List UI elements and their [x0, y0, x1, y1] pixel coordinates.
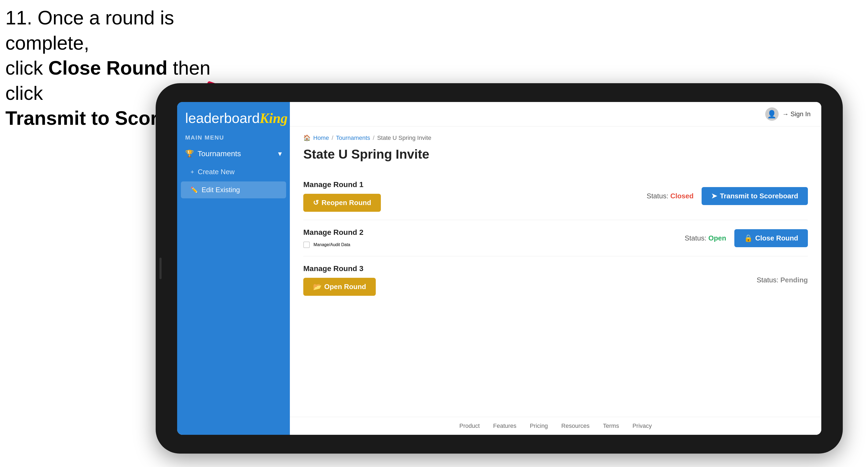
sidebar-item-create-new[interactable]: + Create New — [177, 163, 290, 180]
footer-features[interactable]: Features — [493, 423, 517, 429]
sidebar-tournaments-label: Tournaments — [197, 150, 241, 158]
round-3-title: Manage Round 3 — [303, 264, 376, 273]
sidebar-logo: leaderboardKing — [177, 102, 290, 131]
round-2-section: Manage Round 2 Manage/Audit Data Status:… — [303, 220, 808, 256]
main-content: 👤 → Sign In 🏠 Home / Tournaments / State… — [290, 102, 821, 435]
tablet-device: leaderboardKing MAIN MENU 🏆 Tournaments … — [156, 83, 843, 454]
breadcrumb: 🏠 Home / Tournaments / State U Spring In… — [303, 134, 808, 142]
round-3-status-value: Pending — [780, 276, 808, 284]
round-3-right: Status: Pending — [756, 276, 808, 284]
edit-icon: ✏️ — [191, 187, 198, 193]
round-3-status: Status: Pending — [756, 276, 808, 284]
transmit-to-scoreboard-button[interactable]: ➤ Transmit to Scoreboard — [702, 187, 808, 205]
reopen-round-button[interactable]: ↺ Reopen Round — [303, 194, 381, 212]
page-content: 🏠 Home / Tournaments / State U Spring In… — [290, 126, 821, 417]
instruction-line1: 11. Once a round is complete, — [5, 7, 174, 54]
app-layout: leaderboardKing MAIN MENU 🏆 Tournaments … — [177, 102, 821, 435]
sign-in-label[interactable]: → Sign In — [782, 110, 811, 118]
round-2-status: Status: Open — [685, 234, 726, 242]
round-1-right: Status: Closed ➤ Transmit to Scoreboard — [647, 187, 808, 205]
sidebar-item-edit-existing[interactable]: ✏️ Edit Existing — [181, 181, 286, 198]
audit-area: Manage/Audit Data — [303, 242, 364, 248]
reopen-icon: ↺ — [313, 198, 319, 207]
trophy-icon: 🏆 — [185, 150, 194, 158]
transmit-icon: ➤ — [711, 192, 717, 200]
close-round-button[interactable]: 🔒 Close Round — [734, 229, 808, 247]
home-icon: 🏠 — [303, 134, 311, 142]
breadcrumb-home[interactable]: Home — [313, 134, 329, 142]
tablet-side-button — [159, 258, 162, 279]
sign-in-area[interactable]: 👤 → Sign In — [765, 107, 811, 121]
sidebar-nav: 🏆 Tournaments ▾ + Create New ✏️ Edit Exi… — [177, 144, 290, 199]
sidebar: leaderboardKing MAIN MENU 🏆 Tournaments … — [177, 102, 290, 435]
round-3-left: Manage Round 3 📂 Open Round — [303, 264, 376, 296]
logo-king: King — [260, 111, 288, 126]
lock-icon: 🔒 — [744, 234, 752, 242]
instruction-bold1: Close Round — [48, 57, 167, 79]
edit-existing-label: Edit Existing — [202, 186, 240, 194]
app-header: 👤 → Sign In — [290, 102, 821, 126]
page-title: State U Spring Invite — [303, 147, 808, 162]
audit-checkbox[interactable] — [303, 242, 310, 248]
instruction-line2: click — [5, 57, 48, 79]
footer-resources[interactable]: Resources — [561, 423, 589, 429]
plus-icon: + — [191, 168, 194, 176]
open-round-button[interactable]: 📂 Open Round — [303, 278, 376, 296]
breadcrumb-current: State U Spring Invite — [377, 134, 431, 142]
footer-pricing[interactable]: Pricing — [530, 423, 548, 429]
round-3-section: Manage Round 3 📂 Open Round Status: Pend… — [303, 256, 808, 304]
audit-label[interactable]: Manage/Audit Data — [313, 242, 350, 247]
chevron-icon: ▾ — [278, 149, 282, 158]
footer-terms[interactable]: Terms — [603, 423, 619, 429]
round-2-right: Status: Open 🔒 Close Round — [685, 229, 808, 247]
breadcrumb-sep1: / — [332, 134, 333, 142]
footer-product[interactable]: Product — [459, 423, 479, 429]
logo: leaderboardKing — [185, 110, 282, 126]
round-1-status-value: Closed — [670, 192, 693, 200]
open-icon: 📂 — [313, 283, 321, 291]
round-2-title: Manage Round 2 — [303, 228, 364, 237]
round-2-left: Manage Round 2 Manage/Audit Data — [303, 228, 364, 248]
round-1-section: Manage Round 1 ↺ Reopen Round Status: Cl… — [303, 172, 808, 220]
main-menu-label: MAIN MENU — [177, 131, 290, 144]
round-1-left: Manage Round 1 ↺ Reopen Round — [303, 180, 381, 212]
user-avatar-icon: 👤 — [765, 107, 779, 121]
footer-privacy[interactable]: Privacy — [632, 423, 652, 429]
breadcrumb-tournaments[interactable]: Tournaments — [336, 134, 370, 142]
sidebar-item-tournaments[interactable]: 🏆 Tournaments ▾ — [177, 144, 290, 163]
app-footer: Product Features Pricing Resources Terms… — [290, 417, 821, 435]
round-2-status-value: Open — [708, 234, 726, 242]
round-1-title: Manage Round 1 — [303, 180, 381, 189]
tablet-screen: leaderboardKing MAIN MENU 🏆 Tournaments … — [177, 102, 821, 435]
breadcrumb-sep2: / — [373, 134, 374, 142]
create-new-label: Create New — [198, 168, 235, 176]
round-1-status: Status: Closed — [647, 192, 693, 200]
